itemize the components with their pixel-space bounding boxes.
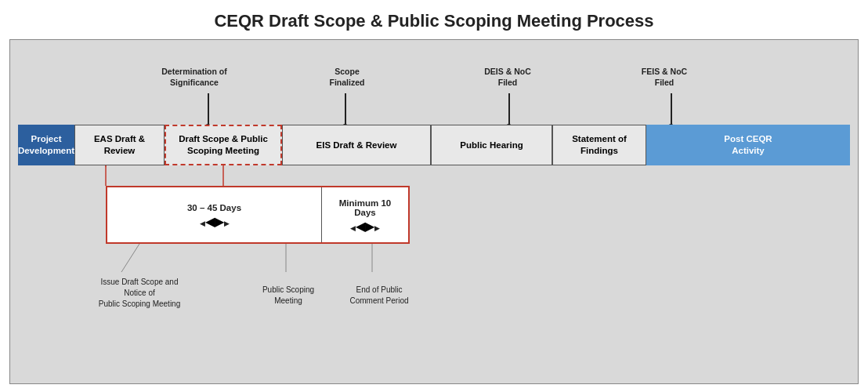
- milestone-deis-line: [508, 93, 510, 125]
- process-bar: ProjectDevelopment EAS Draft & Review Dr…: [18, 125, 850, 165]
- right-arrow: ▶: [215, 214, 230, 229]
- stage-project: ProjectDevelopment: [18, 125, 74, 165]
- stage-draft: Draft Scope & PublicScoping Meeting: [165, 125, 282, 165]
- minimum-10-days: Minimum 10Days: [339, 198, 391, 217]
- right-arrow2: ▶: [365, 219, 380, 234]
- bottom-label-issue: Issue Draft Scope andNotice ofPublic Sco…: [77, 277, 202, 310]
- stage-hearing: Public Hearing: [431, 125, 552, 165]
- arrow-right-section: ◀ ▶: [350, 220, 380, 231]
- expanded-box: 30 – 45 Days ◀ ▶ Minimum 10Days ◀ ▶: [106, 186, 410, 244]
- milestone-scope: ScopeFinalized: [316, 67, 378, 88]
- stage-eis: EIS Draft & Review: [282, 125, 431, 165]
- milestone-dos-line: [208, 93, 209, 125]
- stage-findings: Statement ofFindings: [552, 125, 646, 165]
- milestone-feis: FEIS & NoCFiled: [629, 67, 700, 88]
- arrow-left-right: ◀ ▶: [200, 216, 230, 227]
- stage-eas: EAS Draft & Review: [74, 125, 165, 165]
- milestone-feis-line: [671, 93, 672, 125]
- page-title: CEQR Draft Scope & Public Scoping Meetin…: [0, 0, 868, 39]
- left-arrow2: ◀: [350, 219, 365, 234]
- left-arrow: ◀: [200, 214, 215, 229]
- diagram-container: Determination of Significance ScopeFinal…: [9, 39, 859, 384]
- stage-post: Post CEQRActivity: [646, 125, 850, 165]
- milestone-scope-line: [345, 93, 346, 125]
- expanded-right: Minimum 10Days ◀ ▶: [322, 187, 408, 242]
- milestone-dos: Determination of Significance: [147, 67, 241, 88]
- svg-line-3: [121, 244, 139, 272]
- expanded-left: 30 – 45 Days ◀ ▶: [107, 187, 322, 242]
- milestone-deis: DEIS & NoCFiled: [472, 67, 543, 88]
- bottom-label-eopc: End of PublicComment Period: [336, 285, 422, 307]
- bottom-label-psm: Public ScopingMeeting: [249, 285, 327, 307]
- thirty-forty-five: 30 – 45 Days: [187, 203, 241, 212]
